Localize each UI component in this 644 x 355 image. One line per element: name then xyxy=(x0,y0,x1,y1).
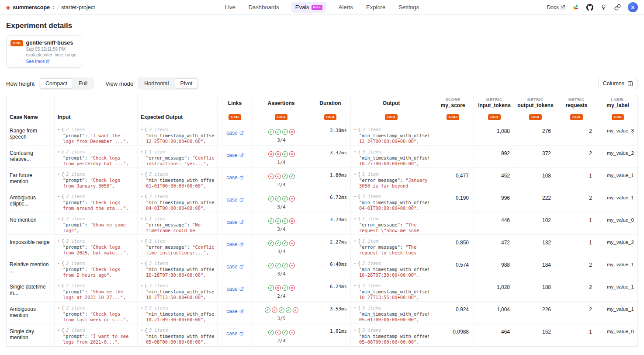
expand-output-icon[interactable]: ▾ xyxy=(354,195,356,198)
case-link[interactable]: case xyxy=(226,197,243,203)
expand-expected-icon[interactable]: ▾ xyxy=(141,217,143,221)
gsb-badge[interactable]: GSB xyxy=(612,114,624,120)
breadcrumb: ◆ summerscope ▲▼ / starter-project xyxy=(6,4,224,10)
expand-output-icon[interactable]: ▾ xyxy=(354,173,356,176)
expand-output-icon[interactable]: ▾ xyxy=(354,240,356,243)
org-name[interactable]: summerscope xyxy=(13,4,50,10)
expand-expected-icon[interactable]: ▾ xyxy=(141,128,143,132)
view-mode-pivot-button[interactable]: Pivot xyxy=(175,78,198,89)
see-trace-link[interactable]: See trace xyxy=(26,59,77,64)
expand-input-icon[interactable]: ▾ xyxy=(58,306,60,310)
expand-expected-icon[interactable]: ▾ xyxy=(141,262,143,265)
json-key: "min_timestamp_with_offset": xyxy=(146,178,215,183)
expand-expected-icon[interactable]: ▾ xyxy=(141,195,143,198)
columns-button[interactable]: Columns xyxy=(598,78,638,89)
expand-expected-icon[interactable]: ▾ xyxy=(141,329,143,332)
table-row[interactable]: Far future mention ▾ { 2 items "prompt":… xyxy=(7,168,637,190)
row-height-compact-button[interactable]: Compact xyxy=(40,78,73,89)
json-key: "min_timestamp_with_offset": xyxy=(146,267,215,272)
nav-dashboards[interactable]: Dashboards xyxy=(248,2,280,13)
json-key: "min_timestamp_with_offset": xyxy=(146,311,215,317)
table-row[interactable]: Single day mention ▾ { 2 items "prompt":… xyxy=(7,324,637,346)
table-row[interactable]: Ambiguous elliptic... ▾ { 2 items "promp… xyxy=(7,190,637,212)
case-link[interactable]: case xyxy=(226,286,243,292)
gsb-badge[interactable]: GSB xyxy=(324,114,337,120)
expand-input-icon[interactable]: ▾ xyxy=(58,284,60,288)
duration-cell: 3.53ms xyxy=(310,302,351,324)
gsb-badge[interactable]: GSB xyxy=(447,114,459,120)
external-link-icon xyxy=(239,265,244,269)
duration-cell: 6.72ms xyxy=(310,190,351,212)
table-row[interactable]: Relative mention ... ▾ { 2 items "prompt… xyxy=(7,257,637,279)
output-item-count: 3 items xyxy=(362,283,381,289)
expand-input-icon[interactable]: ▾ xyxy=(58,217,60,221)
expand-output-icon[interactable]: ▾ xyxy=(354,262,356,265)
expand-input-icon[interactable]: ▾ xyxy=(58,128,60,132)
expand-input-icon[interactable]: ▾ xyxy=(58,150,60,154)
expand-input-icon[interactable]: ▾ xyxy=(58,240,60,243)
expand-output-icon[interactable]: ▾ xyxy=(354,150,356,154)
expand-expected-icon[interactable]: ▾ xyxy=(141,284,143,288)
expand-input-icon[interactable]: ▾ xyxy=(58,195,60,198)
label-cell: my_value_0 xyxy=(597,212,638,234)
json-value: logs from 2021-0...", xyxy=(63,339,120,345)
experiment-card[interactable]: GSB gentle-sniff-buses Sep 05 12:11:56 P… xyxy=(6,35,82,68)
expand-expected-icon[interactable]: ▾ xyxy=(141,173,143,176)
row-height-full-button[interactable]: Full xyxy=(73,78,93,89)
view-mode-horizontal-button[interactable]: Horizontal xyxy=(138,78,174,89)
gsb-badge[interactable]: GSB xyxy=(385,114,398,120)
expand-output-icon[interactable]: ▾ xyxy=(354,306,356,310)
slack-icon[interactable] xyxy=(572,3,579,11)
link-icon[interactable] xyxy=(614,3,621,11)
assertion-fail-icon: × xyxy=(289,330,295,335)
case-link[interactable]: case xyxy=(226,219,243,225)
expand-output-icon[interactable]: ▾ xyxy=(354,217,356,221)
avatar[interactable]: S xyxy=(628,2,638,12)
lightbulb-icon[interactable] xyxy=(600,3,607,11)
table-row[interactable]: Range from speech ▾ { 2 items "prompt": … xyxy=(7,123,637,146)
docs-link[interactable]: Docs xyxy=(547,4,565,10)
case-link[interactable]: case xyxy=(226,264,243,270)
table-row[interactable]: Confusing relative... ▾ { 2 items "promp… xyxy=(7,146,637,168)
nav-alerts[interactable]: Alerts xyxy=(338,2,354,13)
gsb-badge[interactable]: GSB xyxy=(275,114,287,120)
expected-output-cell: ▾ { 3 items "min_timestamp_with_offset":… xyxy=(138,302,218,324)
case-link[interactable]: case xyxy=(226,174,243,181)
case-link[interactable]: case xyxy=(226,331,243,337)
case-link[interactable]: case xyxy=(226,130,243,136)
json-key: "min_timestamp_with_offset": xyxy=(146,289,215,294)
table-row[interactable]: Ambiguous mention ▾ { 2 items "prompt": … xyxy=(7,302,637,324)
json-value: logs", xyxy=(63,228,80,233)
expand-input-icon[interactable]: ▾ xyxy=(58,173,60,176)
org-switcher-chevrons-icon[interactable]: ▲▼ xyxy=(52,5,55,10)
expand-expected-icon[interactable]: ▾ xyxy=(141,306,143,310)
json-brace: { xyxy=(358,327,360,333)
assertion-icons: ✓✓✓× xyxy=(256,194,307,202)
github-icon[interactable] xyxy=(586,3,593,11)
expand-output-icon[interactable]: ▾ xyxy=(354,128,356,132)
project-name[interactable]: starter-project xyxy=(61,4,95,10)
expand-input-icon[interactable]: ▾ xyxy=(58,262,60,265)
case-link[interactable]: case xyxy=(226,308,243,314)
nav-explore[interactable]: Explore xyxy=(365,2,386,13)
case-link[interactable]: case xyxy=(226,152,243,158)
gsb-badge[interactable]: GSB xyxy=(570,114,583,120)
nav-live[interactable]: Live xyxy=(224,2,236,13)
output-tokens-cell: 132 xyxy=(515,235,556,257)
expected-item-count: 3 items xyxy=(149,171,168,177)
table-row[interactable]: Single datetime m... ▾ { 2 items "prompt… xyxy=(7,279,637,302)
expand-input-icon[interactable]: ▾ xyxy=(58,329,60,332)
expand-output-icon[interactable]: ▾ xyxy=(354,284,356,288)
expand-expected-icon[interactable]: ▾ xyxy=(141,150,143,154)
nav-evals[interactable]: Evals beta xyxy=(291,2,326,13)
expand-output-icon[interactable]: ▾ xyxy=(354,329,356,332)
json-value: 10-28T07:30:00+00:00", xyxy=(359,272,419,278)
gsb-badge[interactable]: GSB xyxy=(529,114,542,120)
nav-settings[interactable]: Settings xyxy=(398,2,420,13)
table-row[interactable]: Impossible range ▾ { 2 items "prompt": "… xyxy=(7,235,637,257)
gsb-badge[interactable]: GSB xyxy=(229,114,241,120)
table-row[interactable]: No mention ▾ { 2 items "prompt": "Show m… xyxy=(7,212,637,235)
expand-expected-icon[interactable]: ▾ xyxy=(141,240,143,243)
gsb-badge[interactable]: GSB xyxy=(488,114,501,120)
case-link[interactable]: case xyxy=(226,241,243,247)
